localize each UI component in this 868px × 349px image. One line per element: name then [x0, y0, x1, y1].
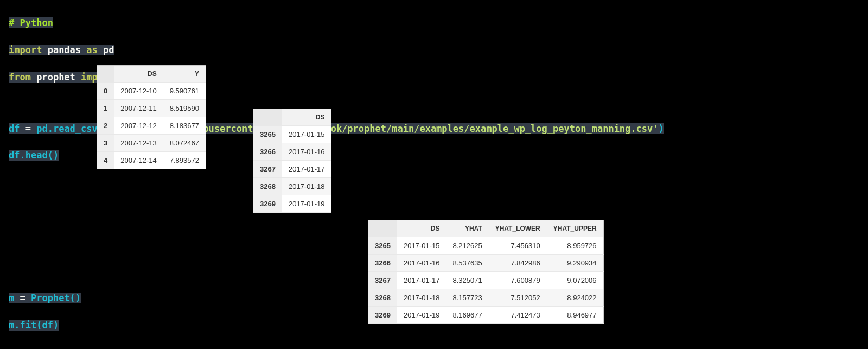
cell: 2017-01-17 [282, 161, 331, 178]
table-row: 22007-12-128.183677 [97, 117, 206, 135]
table-row: 32672017-01-17 [253, 161, 331, 178]
table-row: 32692017-01-19 [253, 195, 331, 213]
col-header: YHAT_UPPER [547, 220, 603, 237]
cell: 2017-01-16 [397, 255, 446, 272]
row-index: 3266 [253, 143, 282, 161]
row-index: 3269 [368, 307, 397, 324]
cell: 2017-01-19 [282, 195, 331, 213]
row-index: 3267 [253, 161, 282, 178]
row-index: 3266 [368, 255, 397, 272]
row-index: 3 [97, 135, 114, 152]
call: m.fit(df) [9, 320, 59, 331]
row-index: 3265 [368, 237, 397, 255]
table-row: 42007-12-147.893572 [97, 152, 206, 169]
table-row: 32652017-01-158.2126257.4563108.959726 [368, 237, 604, 255]
cell: 9.290934 [547, 255, 603, 272]
row-index: 0 [97, 83, 114, 100]
col-header: DS [397, 220, 446, 237]
kw: import [9, 45, 42, 55]
dataframe-future-tail: DS 32652017-01-1532662017-01-1632672017-… [253, 109, 331, 213]
row-index: 2 [97, 117, 114, 135]
dataframe-head: DS Y 02007-12-109.59076112007-12-118.519… [97, 65, 206, 169]
col-header: DS [282, 109, 331, 126]
kw: as [86, 45, 97, 55]
col-header: YHAT_LOWER [489, 220, 547, 237]
cell: 8.946977 [547, 307, 603, 324]
row-index: 1 [97, 100, 114, 117]
cell: 8.519590 [163, 100, 206, 117]
text: pd [98, 45, 114, 55]
row-index: 4 [97, 152, 114, 169]
cell: 8.325071 [446, 272, 488, 289]
cell: 2017-01-15 [397, 237, 446, 255]
cell: 7.412473 [489, 307, 547, 324]
table-row: 32662017-01-168.5376357.8429869.290934 [368, 255, 604, 272]
cell: 7.456310 [489, 237, 547, 255]
cell: 2007-12-13 [114, 135, 163, 152]
op: = [20, 293, 25, 303]
table-row: 32007-12-138.072467 [97, 135, 206, 152]
paren: ) [659, 123, 664, 134]
cell: 2017-01-19 [397, 307, 446, 324]
table-row: 32682017-01-188.1577237.5120528.924022 [368, 289, 604, 307]
cell: 2017-01-18 [282, 178, 331, 195]
cell: 8.959726 [547, 237, 603, 255]
table-row: 12007-12-118.519590 [97, 100, 206, 117]
cell: 8.072467 [163, 135, 206, 152]
text: pandas [42, 45, 86, 55]
cell: 7.842986 [489, 255, 547, 272]
cell: 8.183677 [163, 117, 206, 135]
row-index: 3268 [368, 289, 397, 307]
cell: 2017-01-18 [397, 289, 446, 307]
col-header: YHAT [446, 220, 488, 237]
dataframe-forecast-tail: DS YHAT YHAT_LOWER YHAT_UPPER 32652017-0… [368, 220, 604, 324]
cell: 2007-12-10 [114, 83, 163, 100]
cell: 8.212625 [446, 237, 488, 255]
cell: 9.590761 [163, 83, 206, 100]
cell: 7.893572 [163, 152, 206, 169]
table-row: 32652017-01-15 [253, 126, 331, 143]
table-row: 32662017-01-16 [253, 143, 331, 161]
cell: 8.169677 [446, 307, 488, 324]
table-corner [97, 66, 114, 83]
call: pd.read_csv( [31, 123, 103, 134]
cell: 7.600879 [489, 272, 547, 289]
call: df.head() [9, 150, 59, 161]
table-row: 32692017-01-198.1696777.4124738.946977 [368, 307, 604, 324]
cell: 7.512052 [489, 289, 547, 307]
var: m [9, 293, 20, 303]
row-index: 3268 [253, 178, 282, 195]
cell: 2017-01-17 [397, 272, 446, 289]
row-index: 3265 [253, 126, 282, 143]
cell: 8.157723 [446, 289, 488, 307]
table-corner [253, 109, 282, 126]
cell: 2017-01-15 [282, 126, 331, 143]
var: df [9, 123, 25, 134]
table-corner [368, 220, 397, 237]
kw: from [9, 72, 31, 83]
code-comment: # Python [9, 17, 53, 28]
table-row: 32682017-01-18 [253, 178, 331, 195]
row-index: 3267 [368, 272, 397, 289]
col-header: Y [163, 66, 206, 83]
cell: 2007-12-11 [114, 100, 163, 117]
row-index: 3269 [253, 195, 282, 213]
call: Prophet() [25, 293, 81, 303]
cell: 2017-01-16 [282, 143, 331, 161]
col-header: DS [114, 66, 163, 83]
cell: 2007-12-14 [114, 152, 163, 169]
text: prophet [31, 72, 81, 83]
cell: 9.072006 [547, 272, 603, 289]
op: = [25, 123, 31, 134]
cell: 2007-12-12 [114, 117, 163, 135]
cell: 8.537635 [446, 255, 488, 272]
table-row: 32672017-01-178.3250717.6008799.072006 [368, 272, 604, 289]
table-row: 02007-12-109.590761 [97, 83, 206, 100]
cell: 8.924022 [547, 289, 603, 307]
